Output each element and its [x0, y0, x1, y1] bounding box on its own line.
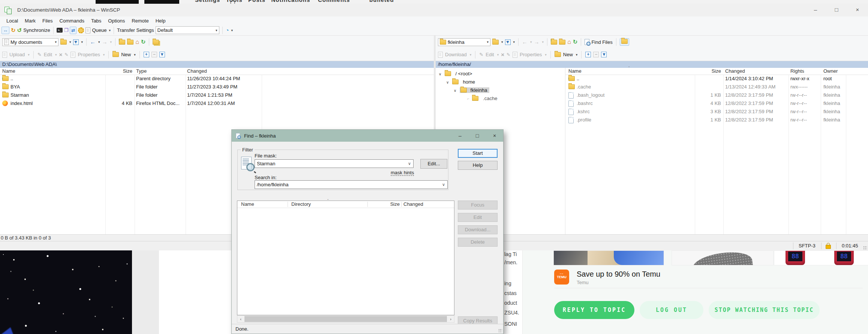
new-icon[interactable] [112, 52, 119, 57]
column-changed[interactable]: Changed [187, 68, 207, 74]
dialog-minimize-button[interactable]: – [451, 130, 469, 142]
console-icon[interactable]: >_ [57, 28, 63, 33]
root-directory-icon[interactable] [127, 40, 133, 45]
column-owner[interactable]: Owner [823, 68, 838, 74]
upload-button[interactable]: Upload [9, 52, 25, 57]
collapse-icon[interactable]: ∨ [446, 80, 449, 84]
chevron-down-icon[interactable]: ∨ [408, 160, 411, 168]
file-row[interactable]: .cache 1/13/2024 12:49:33 AM rwx------ f… [565, 83, 868, 91]
ad-headline[interactable]: Save up to 90% on Temu [577, 270, 660, 279]
menu-remote[interactable]: Remote [128, 18, 152, 24]
menu-local[interactable]: Local [3, 18, 21, 24]
dialog-resize-grip[interactable] [498, 329, 502, 333]
preferences-gear-icon[interactable] [78, 27, 84, 33]
queue-button[interactable]: Queue [92, 27, 106, 33]
winscp-titlebar[interactable]: D:\Documents\Web ADA – fkleinha – WinSCP… [0, 4, 868, 17]
results-hscrollbar[interactable]: ‹ › [237, 315, 454, 323]
properties-icon[interactable] [513, 52, 517, 58]
menu-files[interactable]: Files [39, 18, 56, 24]
file-row[interactable]: index.html 4 KB Firefox HTML Doc... 1/7/… [0, 99, 434, 108]
new-icon[interactable] [555, 52, 561, 57]
new-button[interactable]: New [121, 52, 131, 57]
file-row[interactable]: Starman File folder 1/7/2024 1:21:53 PM [0, 91, 434, 99]
download-result-button[interactable]: Download... [458, 225, 498, 234]
sync-browsing-icon[interactable]: ↻ [11, 27, 16, 33]
download-icon[interactable] [438, 52, 443, 58]
collapse-icon[interactable]: ∨ [454, 88, 456, 93]
close-button[interactable]: × [847, 4, 868, 16]
column-type[interactable]: Type [136, 68, 147, 74]
column-directory[interactable]: Directory [291, 201, 311, 207]
tree-item-cache[interactable]: ⌐ .cache [467, 94, 497, 103]
left-list-header[interactable]: ˆ Name Size Type Changed [0, 68, 434, 75]
select-minus-icon[interactable]: − [151, 52, 157, 57]
resize-columns-icon[interactable]: ↔ [1, 27, 9, 34]
remote-list-header[interactable]: ˆ Name Size Changed Rights Owner [565, 68, 868, 75]
menu-help[interactable]: Help [152, 18, 169, 24]
select-plus-icon[interactable]: + [144, 52, 149, 57]
selected-tree-node[interactable]: fkleinha [460, 87, 489, 93]
home-directory-icon[interactable]: ⌂ [567, 39, 571, 45]
new-button[interactable]: New [563, 52, 573, 57]
edit-button[interactable]: Edit [486, 52, 494, 57]
find-files-icon[interactable] [585, 39, 589, 45]
column-rights[interactable]: Rights [790, 68, 804, 74]
column-name[interactable]: Name [568, 68, 582, 74]
column-name[interactable]: Name [2, 68, 15, 74]
log-out-button[interactable]: LOG OUT [640, 301, 703, 319]
synchronize-icon[interactable]: ↺ [17, 27, 22, 33]
menu-options[interactable]: Options [105, 18, 128, 24]
properties-icon[interactable] [70, 52, 75, 58]
tree-item-root[interactable]: ∨ / <root> [439, 70, 472, 78]
remote-dir-combo[interactable]: fkleinha ▾ [438, 38, 490, 46]
properties-button[interactable]: Properties [78, 52, 100, 57]
open-directory-icon[interactable] [60, 40, 67, 45]
column-size[interactable]: Size [369, 201, 400, 207]
home-directory-icon[interactable]: ⌂ [135, 39, 139, 45]
menu-commands[interactable]: Commands [56, 18, 87, 24]
refresh-panel-icon[interactable]: ⇄ [70, 27, 76, 34]
chevron-down-icon[interactable]: ∨ [442, 181, 445, 189]
scroll-left-icon[interactable]: ‹ [237, 316, 244, 322]
chevron-down-icon[interactable]: ▾ [109, 28, 111, 32]
properties-button[interactable]: Properties [520, 52, 542, 57]
column-size[interactable]: Size [105, 68, 132, 74]
edit-icon[interactable]: ✎ [479, 52, 483, 58]
tree-item-fkleinha[interactable]: ∨ fkleinha [454, 86, 489, 94]
find-dialog-titlebar[interactable]: Find – fkleinha – □ × [232, 130, 503, 142]
minimize-button[interactable]: – [805, 4, 826, 16]
edit-icon[interactable]: ✎ [37, 52, 42, 58]
open-directory-icon[interactable] [492, 40, 499, 45]
mask-hints-link[interactable]: mask hints [391, 170, 414, 175]
root-directory-icon[interactable] [559, 40, 565, 45]
column-size[interactable]: Size [695, 68, 721, 74]
left-path-bar[interactable]: D:\Documents\Web ADA\ [0, 61, 434, 68]
filter-icon[interactable]: ▼ [505, 39, 511, 45]
delete-icon[interactable]: × [59, 52, 63, 58]
file-row[interactable]: ↑ .. 1/14/2024 3:10:42 PM rwxr-xr-x root [565, 75, 868, 83]
delete-icon[interactable]: × [501, 52, 504, 58]
select-plus-icon[interactable]: + [585, 52, 591, 57]
stop-watching-button[interactable]: STOP WATCHING THIS TOPIC [709, 301, 820, 319]
resize-grip[interactable] [863, 246, 867, 250]
rename-icon[interactable]: ✎ [64, 52, 68, 58]
file-row[interactable]: .bashrc 4 KB 12/8/2022 3:17:59 PM rw-r--… [565, 99, 868, 108]
file-mask-combo[interactable]: Starman ∨ [255, 159, 414, 168]
search-in-combo[interactable]: /home/fkleinha ∨ [255, 180, 448, 189]
menu-mark[interactable]: Mark [21, 18, 39, 24]
file-row[interactable]: .bash_logout 1 KB 12/8/2022 3:17:59 PM r… [565, 91, 868, 99]
parent-directory-icon[interactable]: ↑ [119, 40, 125, 45]
synchronize-button[interactable]: Synchronize [23, 27, 50, 33]
select-minus-icon[interactable]: − [593, 52, 599, 57]
refresh-icon[interactable]: ↻ [141, 39, 146, 45]
selection-filter-icon[interactable]: ▼ [601, 52, 607, 57]
rename-icon[interactable]: ✎ [507, 52, 510, 58]
parent-directory-icon[interactable]: ↑ [551, 40, 557, 45]
start-button[interactable]: Start [458, 149, 498, 158]
scroll-right-icon[interactable]: › [447, 316, 454, 322]
back-icon[interactable]: ← [90, 39, 96, 45]
column-changed[interactable]: Changed [403, 201, 423, 207]
maximize-button[interactable]: □ [826, 4, 847, 16]
reply-to-topic-button[interactable]: REPLY TO TOPIC [554, 301, 634, 319]
transfer-settings-combo[interactable]: Default▾ [156, 26, 219, 34]
